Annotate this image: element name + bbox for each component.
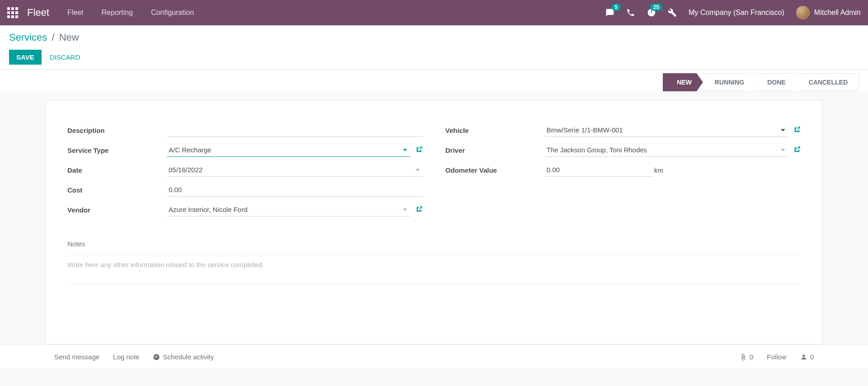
messages-icon[interactable]: 5 xyxy=(605,8,614,17)
clock-icon xyxy=(153,353,160,361)
breadcrumb-separator: / xyxy=(52,32,54,43)
cost-input[interactable] xyxy=(167,183,423,197)
form-sheet: Description Service Type xyxy=(45,100,823,344)
status-step-done[interactable]: DONE xyxy=(754,73,797,91)
phone-icon[interactable] xyxy=(626,8,635,17)
dropdown-caret-icon[interactable] xyxy=(781,149,785,151)
label-driver: Driver xyxy=(445,146,545,154)
dropdown-caret-icon[interactable] xyxy=(403,209,407,211)
control-panel: Services / New Save Discard xyxy=(0,25,868,70)
odometer-unit: km xyxy=(654,166,663,174)
attachments-button[interactable]: 0 xyxy=(740,353,753,361)
description-input[interactable] xyxy=(167,123,423,137)
status-bar: NEW RUNNING DONE CANCELLED xyxy=(0,70,868,91)
content-area: NEW RUNNING DONE CANCELLED Description S… xyxy=(0,70,868,386)
discard-button[interactable]: Discard xyxy=(50,53,80,61)
chatter-bar: Send message Log note Schedule activity … xyxy=(0,344,868,369)
app-brand[interactable]: Fleet xyxy=(27,7,49,19)
label-odometer: Odometer Value xyxy=(445,166,545,174)
dropdown-caret-icon[interactable] xyxy=(403,149,407,151)
avatar xyxy=(796,6,810,19)
notes-textarea[interactable] xyxy=(67,261,801,276)
paperclip-icon xyxy=(740,353,747,361)
breadcrumb: Services / New xyxy=(9,32,859,43)
apps-icon[interactable] xyxy=(7,7,18,18)
nav-link-reporting[interactable]: Reporting xyxy=(102,9,133,17)
schedule-activity-label: Schedule activity xyxy=(163,353,214,361)
external-link-icon[interactable] xyxy=(415,206,423,214)
external-link-icon[interactable] xyxy=(793,126,801,135)
label-date: Date xyxy=(67,166,167,174)
vendor-input[interactable] xyxy=(167,203,410,217)
debug-icon[interactable] xyxy=(668,8,677,17)
dropdown-caret-icon[interactable] xyxy=(415,169,420,171)
breadcrumb-current: New xyxy=(59,32,79,43)
top-navbar: Fleet Fleet Reporting Configuration 5 25… xyxy=(0,0,868,25)
send-message-button[interactable]: Send message xyxy=(54,353,99,361)
dropdown-caret-icon[interactable] xyxy=(781,129,785,132)
external-link-icon[interactable] xyxy=(793,146,801,155)
label-service-type: Service Type xyxy=(67,146,167,154)
followers-button[interactable]: 0 xyxy=(800,353,814,361)
label-vendor: Vendor xyxy=(67,206,167,214)
activities-icon[interactable]: 25 xyxy=(647,8,656,17)
nav-link-fleet[interactable]: Fleet xyxy=(67,9,84,17)
date-input[interactable] xyxy=(167,163,423,177)
odometer-input[interactable] xyxy=(545,163,653,177)
status-step-cancelled[interactable]: CANCELLED xyxy=(795,73,859,91)
vehicle-input[interactable] xyxy=(545,123,788,137)
label-vehicle: Vehicle xyxy=(445,127,545,134)
user-menu[interactable]: Mitchell Admin xyxy=(796,6,861,19)
activities-badge: 25 xyxy=(650,4,662,11)
service-type-input[interactable] xyxy=(167,143,410,157)
label-description: Description xyxy=(67,127,167,134)
status-step-new[interactable]: NEW xyxy=(663,73,703,91)
driver-input[interactable] xyxy=(545,143,788,157)
follow-button[interactable]: Follow xyxy=(767,353,786,361)
save-button[interactable]: Save xyxy=(9,50,42,65)
external-link-icon[interactable] xyxy=(415,146,423,155)
attachments-count: 0 xyxy=(750,353,753,361)
followers-count: 0 xyxy=(810,353,814,361)
status-step-running[interactable]: RUNNING xyxy=(701,73,755,91)
label-cost: Cost xyxy=(67,186,167,194)
log-note-button[interactable]: Log note xyxy=(113,353,139,361)
nav-links: Fleet Reporting Configuration xyxy=(67,9,194,17)
schedule-activity-button[interactable]: Schedule activity xyxy=(153,353,214,361)
messages-badge: 5 xyxy=(612,4,621,11)
label-notes: Notes xyxy=(67,240,801,248)
nav-link-configuration[interactable]: Configuration xyxy=(151,9,194,17)
breadcrumb-root[interactable]: Services xyxy=(9,32,47,43)
person-icon xyxy=(800,353,807,361)
user-name: Mitchell Admin xyxy=(814,9,861,17)
company-selector[interactable]: My Company (San Francisco) xyxy=(689,9,784,17)
